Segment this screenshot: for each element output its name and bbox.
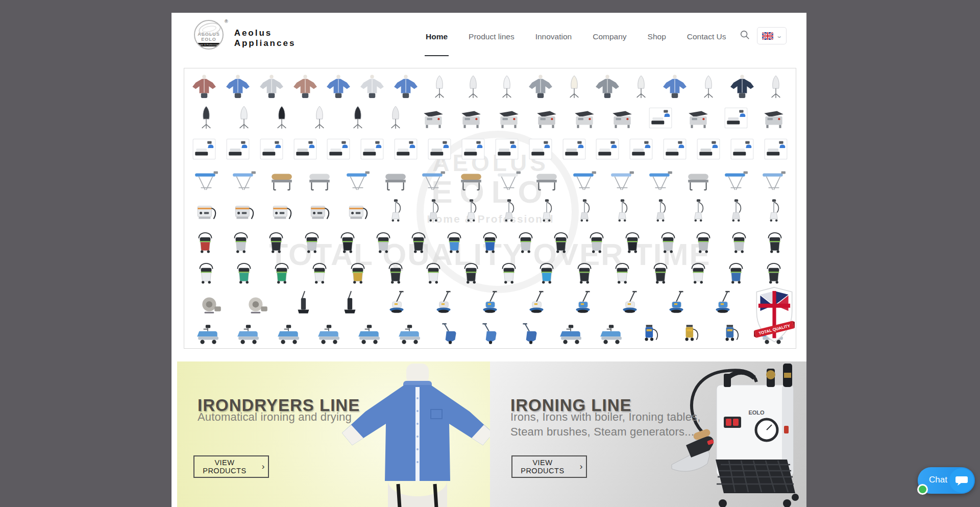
product-thumb-form (494, 74, 520, 100)
product-thumb-boiler (231, 198, 257, 223)
online-status-dot (917, 484, 928, 495)
product-thumb-table (761, 166, 787, 192)
product-thumb-vacuum (762, 228, 788, 254)
product-thumb-vacuum (458, 259, 484, 284)
product-thumb-steamer (458, 198, 484, 223)
product-thumb-form (628, 74, 654, 100)
page-card: AEOLUS EOLO Home & Professional ® Aeolus… (172, 13, 806, 507)
product-thumb-boiler (193, 198, 219, 223)
product-thumb-table (231, 166, 257, 192)
hero-row-scrubber-dryers (187, 317, 793, 346)
product-thumb-polisher (477, 290, 503, 316)
product-thumb-vacuum (441, 228, 468, 254)
product-thumb-steamer (647, 198, 674, 223)
product-thumb-form (268, 105, 295, 130)
nav-item-home[interactable]: Home (426, 32, 448, 41)
product-thumb-minipress (393, 136, 419, 161)
chevron-right-icon: › (262, 462, 265, 472)
product-thumb-vacuum (193, 259, 219, 284)
product-thumb-walkbehind (436, 321, 463, 346)
product-thumb-press (496, 105, 522, 130)
hero-banner[interactable]: TOTAL QUALITY OVER TIME AEOLUS EOLO Home… (184, 68, 796, 349)
product-thumb-vacuum (334, 228, 361, 254)
search-button[interactable] (739, 29, 752, 42)
product-thumb-vacuum (571, 259, 598, 284)
product-thumb-vacuum (655, 228, 681, 254)
logo-wordmark: Aeolus Appliances (234, 28, 296, 49)
uk-flag-icon (762, 32, 773, 40)
product-thumb-vacuum (726, 228, 752, 254)
product-thumb-minipress (225, 136, 251, 161)
product-thumb-table (571, 166, 598, 192)
product-thumb-minipress (729, 136, 755, 161)
product-thumb-steamer (420, 198, 447, 223)
product-thumb-polisher (430, 290, 457, 316)
product-thumb-vacuum (609, 259, 635, 284)
hero-row-irondryers (187, 70, 793, 100)
ironing-subtitle-line2: Steam brushes, Steam generators... (510, 424, 701, 439)
product-thumb-rideon (396, 321, 423, 346)
nav-item-shop[interactable]: Shop (648, 32, 666, 41)
product-thumb-boiler (306, 198, 333, 223)
product-thumb-steamer (382, 198, 409, 223)
product-thumb-walkbehind (477, 321, 503, 346)
product-thumb-vacuum (548, 228, 574, 254)
product-thumb-table (193, 166, 219, 192)
product-thumb-shirt (729, 74, 755, 100)
product-thumb-shirt (258, 74, 285, 100)
nav-item-innovation[interactable]: Innovation (535, 32, 572, 41)
promo-ironing: EOLO IRONING LINE Irons, Irons with boil… (490, 361, 806, 507)
registered-mark: ® (225, 19, 228, 24)
product-thumb-shirt (225, 74, 251, 100)
ironing-subtitle: Irons, Irons with boiler, Ironing tables… (510, 409, 701, 439)
product-thumb-steamer (496, 198, 522, 223)
product-thumb-minipress (258, 136, 285, 161)
product-thumb-table (420, 166, 447, 192)
logo-badge-icon: AEOLUS EOLO Home & Professional (194, 20, 224, 50)
language-selector[interactable]: ⌄ (757, 27, 787, 44)
chat-bubble-icon (949, 468, 974, 493)
product-thumb-table (647, 166, 674, 192)
product-thumb-steamer (723, 198, 749, 223)
product-thumb-minipress (723, 105, 749, 130)
product-thumb-steamer (761, 198, 787, 223)
product-thumb-vacuum (370, 228, 397, 254)
chat-widget-button[interactable]: Chat (918, 467, 975, 494)
product-thumb-steamer (609, 198, 635, 223)
product-thumb-washer (678, 321, 705, 346)
product-thumb-roller (268, 166, 295, 192)
nav-item-company[interactable]: Company (593, 32, 626, 41)
product-thumb-vacuum (723, 259, 749, 284)
irondryer-shirt-image (341, 363, 490, 507)
view-products-button-ironing[interactable]: VIEW PRODUCTS › (511, 455, 587, 478)
irondryers-subtitle: Automatical ironing and drying (198, 409, 352, 424)
view-products-label: VIEW PRODUCTS (198, 458, 252, 475)
product-thumb-vacuum (761, 259, 787, 284)
irondryers-subtitle-line1: Automatical ironing and drying (198, 409, 352, 424)
view-products-button-irondryers[interactable]: VIEW PRODUCTS › (193, 455, 269, 478)
product-thumb-form (561, 74, 587, 100)
product-thumb-rideon (356, 321, 382, 346)
hero-row-vacuum-cleaners (187, 255, 793, 284)
nav-item-product-lines[interactable]: Product lines (469, 32, 514, 41)
ironing-subtitle-line1: Irons, Irons with boiler, Ironing tables… (510, 409, 701, 424)
product-thumb-form (460, 74, 486, 100)
view-products-label: VIEW PRODUCTS (516, 458, 570, 475)
product-thumb-form (306, 105, 333, 130)
product-thumb-shirt (292, 74, 318, 100)
logo[interactable]: AEOLUS EOLO Home & Professional ® Aeolus… (194, 20, 296, 50)
product-thumb-shirt (359, 74, 385, 100)
hero-row-steam-generators (187, 194, 793, 223)
product-thumb-form (345, 105, 371, 130)
product-thumb-press (458, 105, 484, 130)
chevron-right-icon: › (580, 462, 583, 472)
product-thumb-polisher (570, 290, 596, 316)
product-thumb-press (571, 105, 598, 130)
product-thumb-vacuum (231, 259, 257, 284)
product-thumb-shirt (527, 74, 554, 100)
product-thumb-polisher (617, 290, 643, 316)
nav-item-contact-us[interactable]: Contact Us (687, 32, 726, 41)
product-thumb-vacuum (647, 259, 674, 284)
product-thumb-vacuum (533, 259, 560, 284)
product-thumb-minipress (763, 136, 789, 161)
